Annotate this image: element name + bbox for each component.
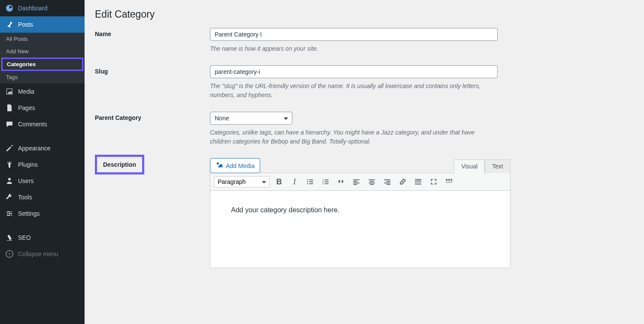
svg-rect-25 (386, 184, 390, 185)
align-center-button[interactable] (366, 176, 378, 188)
sidebar-item-label: Settings (18, 210, 40, 217)
svg-rect-16 (353, 183, 359, 183)
description-editor[interactable]: Add your category description here. (210, 191, 510, 268)
link-button[interactable] (397, 176, 409, 188)
svg-rect-3 (309, 180, 313, 180)
svg-rect-13 (325, 183, 328, 184)
sidebar-item-label: Appearance (18, 145, 51, 152)
main-content: Edit Category Name The name is how it ap… (85, 0, 644, 324)
tab-visual[interactable]: Visual (454, 159, 485, 173)
svg-rect-19 (370, 181, 374, 182)
sidebar-item-tools[interactable]: Tools (0, 189, 85, 205)
name-input[interactable] (210, 28, 498, 41)
bullet-list-button[interactable] (304, 176, 316, 188)
sidebar-item-label: Users (18, 177, 34, 184)
numbered-list-button[interactable]: 123 (319, 176, 331, 188)
plugins-icon (5, 160, 14, 169)
field-row-parent: Parent Category None Categories, unlike … (95, 112, 634, 146)
media-icon (5, 87, 14, 96)
slug-input[interactable] (210, 65, 498, 78)
svg-rect-26 (415, 179, 421, 180)
submenu-item-add-new[interactable]: Add New (0, 45, 85, 58)
editor: Add Media Visual Text Paragraph B I 123 (210, 158, 510, 268)
svg-rect-38 (451, 181, 453, 183)
svg-point-2 (307, 179, 308, 180)
sidebar-item-plugins[interactable]: Plugins (0, 156, 85, 173)
submenu-item-categories[interactable]: Categories (1, 58, 83, 71)
sidebar-item-comments[interactable]: Comments (0, 116, 85, 132)
sidebar-item-posts[interactable]: Posts (0, 16, 85, 33)
tab-text[interactable]: Text (485, 159, 510, 173)
sidebar-item-pages[interactable]: Pages (0, 100, 85, 116)
svg-point-6 (307, 183, 308, 184)
settings-icon (5, 209, 14, 218)
sidebar-item-label: Collapse menu (18, 251, 58, 257)
name-help: The name is how it appears on your site. (210, 44, 493, 53)
svg-rect-7 (309, 183, 313, 184)
svg-rect-33 (446, 179, 448, 181)
collapse-icon (5, 250, 14, 258)
sidebar-item-label: Pages (18, 104, 35, 111)
admin-sidebar: Dashboard Posts All Posts Add New Catego… (0, 0, 85, 324)
sidebar-item-label: Posts (18, 21, 33, 28)
pin-icon (5, 20, 14, 29)
users-icon (5, 177, 14, 185)
insert-more-button[interactable] (412, 176, 424, 188)
quote-button[interactable] (335, 176, 347, 188)
italic-button[interactable]: I (289, 176, 301, 188)
align-left-button[interactable] (350, 176, 362, 188)
svg-rect-22 (384, 180, 390, 180)
editor-toolbar: Paragraph B I 123 (210, 173, 510, 191)
svg-rect-17 (353, 184, 357, 185)
comments-icon (5, 120, 14, 128)
parent-select[interactable]: None (210, 112, 292, 125)
sidebar-item-label: Comments (18, 121, 47, 128)
field-row-slug: Slug The "slug" is the URL-friendly vers… (95, 65, 634, 100)
svg-text:3: 3 (322, 182, 324, 185)
field-row-name: Name The name is how it appears on your … (95, 28, 634, 53)
svg-rect-11 (325, 181, 328, 182)
svg-rect-20 (369, 183, 375, 183)
svg-rect-28 (415, 182, 416, 183)
svg-rect-34 (448, 179, 450, 181)
sidebar-item-label: Dashboard (18, 5, 48, 12)
svg-rect-35 (451, 179, 453, 181)
appearance-icon (5, 144, 14, 153)
submenu-item-tags[interactable]: Tags (0, 71, 85, 83)
format-select[interactable]: Paragraph (214, 176, 270, 187)
parent-label: Parent Category (95, 112, 210, 146)
svg-rect-29 (417, 182, 418, 183)
sidebar-item-settings[interactable]: Settings (0, 205, 85, 222)
add-media-button[interactable]: Add Media (210, 158, 260, 173)
svg-rect-9 (325, 180, 328, 180)
svg-rect-36 (446, 181, 448, 183)
tools-icon (5, 193, 14, 202)
toolbar-toggle-button[interactable] (443, 176, 455, 188)
sidebar-item-seo[interactable]: SEO (0, 229, 85, 246)
svg-rect-18 (369, 180, 375, 180)
posts-submenu: All Posts Add New Categories Tags (0, 33, 85, 83)
svg-rect-32 (415, 184, 421, 185)
fullscreen-button[interactable] (428, 176, 440, 188)
sidebar-item-media[interactable]: Media (0, 83, 85, 100)
pages-icon (5, 104, 14, 112)
svg-rect-30 (419, 182, 420, 183)
description-label: Description (95, 155, 144, 174)
page-title: Edit Category (95, 9, 634, 20)
svg-rect-31 (421, 182, 421, 183)
media-icon (216, 161, 223, 170)
align-right-button[interactable] (381, 176, 393, 188)
slug-label: Slug (95, 65, 210, 100)
svg-rect-24 (384, 183, 390, 183)
svg-point-1 (217, 162, 219, 165)
dashboard-icon (5, 4, 14, 12)
sidebar-item-appearance[interactable]: Appearance (0, 140, 85, 156)
sidebar-item-dashboard[interactable]: Dashboard (0, 0, 85, 16)
sidebar-item-users[interactable]: Users (0, 173, 85, 189)
submenu-item-all-posts[interactable]: All Posts (0, 33, 85, 45)
parent-help: Categories, unlike tags, can have a hier… (210, 128, 493, 146)
seo-icon (5, 233, 14, 242)
bold-button[interactable]: B (273, 176, 285, 188)
sidebar-item-label: SEO (18, 234, 31, 241)
sidebar-collapse[interactable]: Collapse menu (0, 246, 85, 262)
